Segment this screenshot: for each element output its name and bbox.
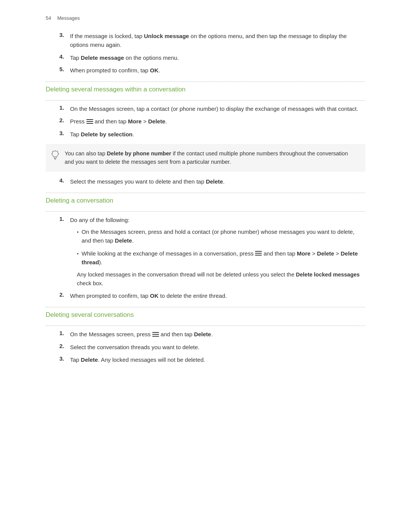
bullet-item-2: While looking at the exchange of message… (77, 249, 365, 267)
menu-icon-3 (152, 332, 159, 337)
svg-line-7 (57, 151, 58, 152)
step-sc-2-content: Select the conversation threads you want… (70, 343, 365, 351)
step-4-num: 4. (59, 53, 66, 62)
divider-5 (46, 307, 365, 307)
step-sm-1: 1. On the Messages screen, tap a contact… (59, 104, 365, 113)
svg-line-6 (53, 151, 53, 152)
step-3-content: If the message is locked, tap Unlock mes… (70, 32, 365, 50)
step-c-2-num: 2. (59, 291, 66, 300)
page-header: 54 Messages (46, 15, 365, 21)
step-sc-3-num: 3. (59, 355, 66, 364)
sub-note-1: Any locked messages in the conversation … (77, 270, 365, 288)
step-c-2-content: When prompted to confirm, tap OK to dele… (70, 291, 365, 300)
step-sm-1-num: 1. (59, 104, 66, 113)
menu-icon-2 (255, 251, 262, 256)
step-4-content: Tap Delete message on the options menu. (70, 53, 365, 62)
tip-text-1: You can also tap Delete by phone number … (65, 149, 358, 166)
section-title-several-conversations: Deleting several conversations (46, 311, 365, 319)
step-sm-2-content: Press and then tap More > Delete. (70, 117, 365, 126)
menu-icon-1 (86, 119, 93, 124)
divider-1 (46, 81, 365, 82)
step-sc-3-content: Tap Delete. Any locked messages will not… (70, 355, 365, 364)
svg-point-0 (52, 151, 58, 157)
divider-2 (46, 100, 365, 101)
step-sm-3-content: Tap Delete by selection. (70, 130, 365, 139)
several-conversations-steps: 1. On the Messages screen, press and the… (59, 330, 365, 364)
step-c-1-num: 1. (59, 216, 66, 288)
step-sc-1-num: 1. (59, 330, 66, 339)
divider-3 (46, 193, 365, 193)
divider-6 (46, 326, 365, 326)
section-title-conversation: Deleting a conversation (46, 197, 365, 204)
step-sm-4: 4. Select the messages you want to delet… (59, 177, 365, 186)
step-sm-3-num: 3. (59, 130, 66, 139)
step-c-1: 1. Do any of the following: On the Messa… (59, 216, 365, 288)
step-sc-2-num: 2. (59, 343, 66, 351)
step-3-num: 3. (59, 32, 66, 50)
step-sc-2: 2. Select the conversation threads you w… (59, 343, 365, 351)
page-number: 54 (46, 15, 51, 21)
step-5-content: When prompted to confirm, tap OK. (70, 66, 365, 75)
bullet-1-text: On the Messages screen, press and hold a… (81, 227, 365, 245)
step-sc-3: 3. Tap Delete. Any locked messages will … (59, 355, 365, 364)
several-messages-steps: 1. On the Messages screen, tap a contact… (59, 104, 365, 139)
lightbulb-icon (51, 150, 59, 162)
tip-box-1: You can also tap Delete by phone number … (46, 144, 365, 172)
step-sm-4-num: 4. (59, 177, 66, 186)
section-title-several-messages: Deleting several messages within a conve… (46, 86, 365, 93)
step-sm-3: 3. Tap Delete by selection. (59, 130, 365, 139)
step-sm-2-num: 2. (59, 117, 66, 126)
step-sm-1-content: On the Messages screen, tap a contact (o… (70, 104, 365, 113)
conversation-steps: 1. Do any of the following: On the Messa… (59, 216, 365, 300)
step-5-num: 5. (59, 66, 66, 75)
step-sm-4-content: Select the messages you want to delete a… (70, 177, 365, 186)
intro-steps: 3. If the message is locked, tap Unlock … (59, 32, 365, 75)
step-c-1-content: Do any of the following: On the Messages… (70, 216, 365, 288)
bullet-list-1: On the Messages screen, press and hold a… (77, 227, 365, 267)
page-label: Messages (57, 15, 80, 21)
several-messages-step4: 4. Select the messages you want to delet… (59, 177, 365, 186)
step-3: 3. If the message is locked, tap Unlock … (59, 32, 365, 50)
divider-4 (46, 211, 365, 212)
step-c-2: 2. When prompted to confirm, tap OK to d… (59, 291, 365, 300)
step-sm-2: 2. Press and then tap More > Delete. (59, 117, 365, 126)
step-4: 4. Tap Delete message on the options men… (59, 53, 365, 62)
bullet-2-text: While looking at the exchange of message… (81, 249, 365, 267)
step-5: 5. When prompted to confirm, tap OK. (59, 66, 365, 75)
step-sc-1-content: On the Messages screen, press and then t… (70, 330, 365, 339)
step-sc-1: 1. On the Messages screen, press and the… (59, 330, 365, 339)
bullet-item-1: On the Messages screen, press and hold a… (77, 227, 365, 245)
